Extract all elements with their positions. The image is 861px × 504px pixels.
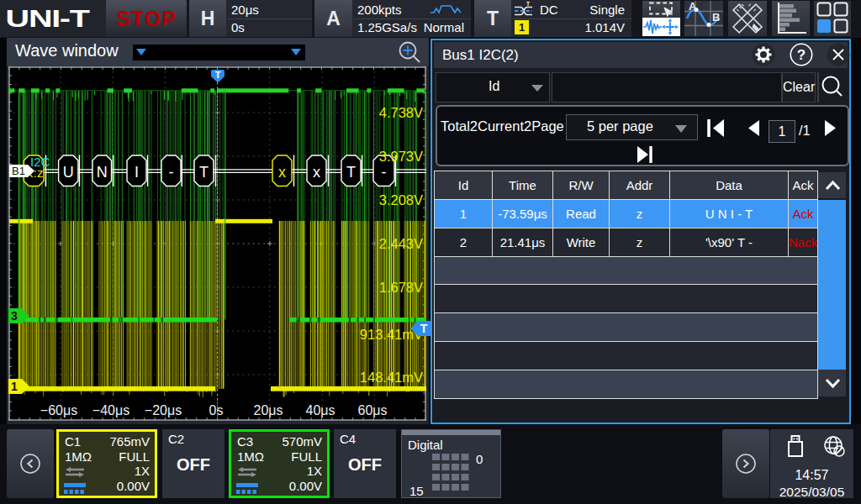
svg-text:T: T	[199, 164, 209, 181]
svg-text:B: B	[712, 11, 720, 24]
svg-text:?: ?	[797, 47, 806, 63]
svg-text:3: 3	[11, 309, 18, 323]
svg-text:T: T	[215, 70, 221, 80]
svg-text:N: N	[97, 164, 108, 181]
svg-text:1: 1	[11, 380, 18, 393]
svg-text:T: T	[526, 2, 530, 7]
svg-text:T: T	[420, 322, 428, 335]
svg-text:-: -	[169, 164, 174, 181]
svg-text:A: A	[689, 1, 697, 13]
svg-text:T: T	[346, 164, 356, 181]
svg-text:I: I	[135, 164, 139, 181]
svg-text:x: x	[278, 164, 286, 181]
svg-text:-: -	[382, 164, 387, 181]
svg-text:U: U	[63, 164, 74, 181]
svg-text:x: x	[313, 164, 320, 181]
